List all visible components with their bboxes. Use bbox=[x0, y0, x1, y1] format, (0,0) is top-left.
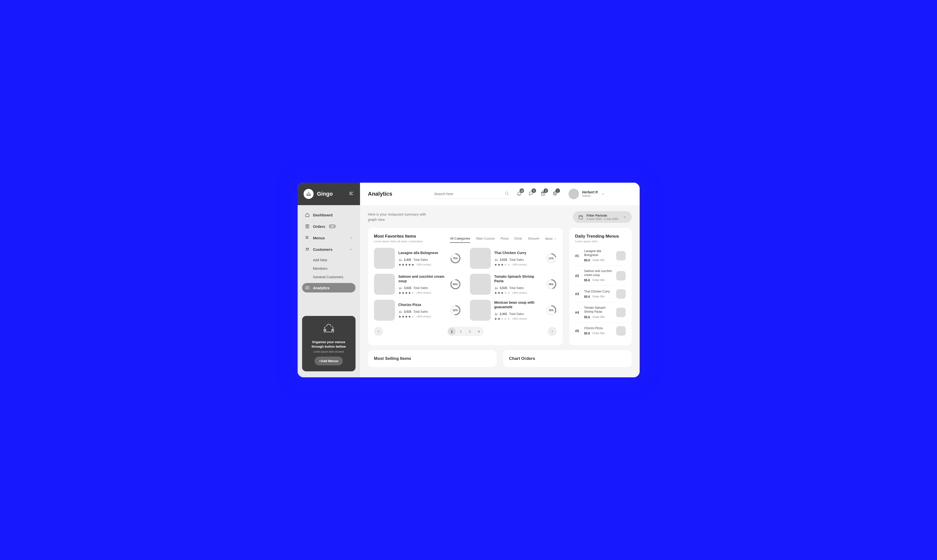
stars bbox=[494, 291, 510, 294]
add-menus-button[interactable]: +Add Menus bbox=[314, 357, 343, 365]
bell-icon[interactable]: 12 bbox=[516, 191, 522, 197]
favorites-card: Most Favorites Items Lorem ipsum dolor s… bbox=[368, 228, 563, 345]
bars-icon bbox=[398, 310, 402, 314]
review-count: (454 revies) bbox=[513, 317, 527, 320]
search-input[interactable] bbox=[433, 189, 510, 198]
trend-order: Order 89x bbox=[592, 332, 605, 335]
menu-toggle-icon[interactable] bbox=[348, 191, 354, 197]
topbar-icons: 12 5 2 ! bbox=[516, 191, 558, 197]
pct-label: 52% bbox=[450, 305, 461, 316]
star-icon bbox=[402, 315, 404, 318]
star-icon bbox=[498, 317, 500, 320]
favorite-item[interactable]: Tomato Spinach Shrimp Pasta 3,515Total S… bbox=[470, 274, 557, 295]
item-stats: 2,441Total Sales bbox=[398, 258, 446, 262]
favorites-title: Most Favorites Items bbox=[374, 234, 423, 239]
trending-item[interactable]: #1 Lasagne alla Bolognese $5.6 Order 89x bbox=[575, 246, 626, 266]
favorite-item[interactable]: Chorizo Pizza 3,515Total Sales (454 revi… bbox=[374, 300, 461, 321]
trending-card: Daily Trending Menus Lorem ipsum dolor #… bbox=[569, 228, 632, 345]
tab-dessert[interactable]: Dessert bbox=[528, 237, 539, 243]
chat-badge: 5 bbox=[532, 188, 536, 193]
gift-icon[interactable]: 2 bbox=[541, 191, 546, 197]
svg-point-2 bbox=[307, 236, 308, 237]
page-title: Analytics bbox=[368, 191, 393, 197]
star-icon bbox=[501, 317, 504, 320]
chart-orders-card: Chart Orders bbox=[503, 350, 632, 367]
star-icon bbox=[408, 291, 411, 294]
trending-item[interactable]: #2 Salmon and zucchini cream soup $5.6 O… bbox=[575, 266, 626, 286]
star-icon bbox=[507, 263, 510, 266]
item-rating: (454 revies) bbox=[494, 291, 542, 294]
tab-drink[interactable]: Drink bbox=[515, 237, 522, 243]
filter-periode[interactable]: Filter Periode 4 June 2020 - 4 July 2020 bbox=[573, 211, 632, 223]
trend-thumb bbox=[616, 271, 626, 280]
bars-icon bbox=[398, 286, 402, 290]
nav-analytics[interactable]: Analytics bbox=[302, 283, 356, 292]
nav-customers[interactable]: Customers bbox=[302, 245, 356, 254]
trend-name: Chorizo Pizza bbox=[584, 326, 613, 331]
page-1[interactable]: 1 bbox=[448, 328, 456, 335]
tab-pizza[interactable]: Pizza bbox=[501, 237, 509, 243]
page-4[interactable]: 4 bbox=[475, 328, 482, 335]
tab-main[interactable]: Main Course bbox=[476, 237, 495, 243]
pct-label: 21% bbox=[546, 253, 557, 264]
pct-ring: 85% bbox=[450, 279, 461, 290]
tab-more[interactable]: More bbox=[545, 237, 557, 243]
nav-label: Dashboard bbox=[313, 213, 333, 217]
bars-icon bbox=[398, 258, 402, 262]
star-icon bbox=[411, 263, 414, 266]
sub-general[interactable]: General Customers bbox=[310, 273, 356, 281]
nav-menus[interactable]: Menus bbox=[302, 233, 356, 243]
item-rating: (454 revies) bbox=[494, 263, 542, 266]
favorite-item[interactable]: Lasagne alla Bolognese 2,441Total Sales … bbox=[374, 248, 461, 269]
trending-item[interactable]: #5 Chorizo Pizza $5.6 Order 89x bbox=[575, 322, 626, 339]
trend-price: $5.6 bbox=[584, 332, 590, 335]
favorite-item[interactable]: Thai Chicken Curry 3,515Total Sales (454… bbox=[470, 248, 557, 269]
sub-add-new[interactable]: Add New bbox=[310, 256, 356, 264]
item-stats: 3,515Total Sales bbox=[398, 310, 446, 314]
user-menu[interactable]: Herbert P. Admin bbox=[569, 189, 605, 199]
page-3[interactable]: 3 bbox=[466, 328, 474, 335]
trending-item[interactable]: #4 Tomato Spinach Shrimp Pasta $5.6 Orde… bbox=[575, 302, 626, 322]
app-frame: Gingo Dashboard Orders 25 Menus C bbox=[297, 183, 640, 377]
trending-item[interactable]: #3 Thai Chicken Curry $5.6 Order 89x bbox=[575, 286, 626, 302]
search-icon[interactable] bbox=[505, 191, 509, 197]
item-name: Salmon and zucchini cream soup bbox=[398, 274, 446, 283]
orders-badge: 25 bbox=[329, 225, 336, 228]
page-next[interactable] bbox=[548, 327, 557, 336]
item-stats: 3,515Total Sales bbox=[494, 258, 542, 262]
star-icon bbox=[494, 317, 497, 320]
category-tabs: All Categories Main Course Pizza Drink D… bbox=[450, 237, 556, 243]
trend-name: Thai Chicken Curry bbox=[584, 290, 613, 294]
favorite-item[interactable]: Salmon and zucchini cream soup 3,515Tota… bbox=[374, 274, 461, 295]
sub-members[interactable]: Members bbox=[310, 265, 356, 272]
main: Analytics 12 5 2 bbox=[360, 183, 640, 377]
review-count: (454 revies) bbox=[417, 263, 431, 266]
gear-icon[interactable]: ! bbox=[553, 191, 558, 197]
nav-dashboard[interactable]: Dashboard bbox=[302, 210, 356, 220]
item-stats: 2,441Total Sales bbox=[494, 312, 542, 316]
page-prev[interactable] bbox=[374, 327, 383, 336]
star-icon bbox=[494, 263, 497, 266]
star-icon bbox=[501, 263, 504, 266]
filter-range: 4 June 2020 - 4 July 2020 bbox=[586, 217, 618, 220]
star-icon bbox=[494, 291, 497, 294]
favorite-item[interactable]: Mexican bean soup with guacamole 2,441To… bbox=[470, 300, 557, 321]
stars bbox=[398, 263, 414, 266]
svg-rect-13 bbox=[579, 215, 583, 219]
nav-label: Menus bbox=[313, 236, 325, 240]
trend-price: $5.6 bbox=[584, 315, 590, 319]
chat-icon[interactable]: 5 bbox=[529, 191, 533, 197]
stars bbox=[398, 315, 414, 318]
page-2[interactable]: 2 bbox=[457, 328, 465, 335]
trend-thumb bbox=[616, 289, 626, 299]
star-icon bbox=[507, 291, 510, 294]
page-numbers: 1234 bbox=[447, 327, 484, 336]
chart-title: Chart Orders bbox=[509, 356, 626, 361]
nav-label: Customers bbox=[313, 247, 333, 252]
search-wrap bbox=[433, 189, 510, 198]
pagination: 1234 bbox=[374, 327, 557, 336]
nav-orders[interactable]: Orders 25 bbox=[302, 222, 356, 231]
tab-all[interactable]: All Categories bbox=[450, 237, 470, 243]
promo-sub: Lorem ipsum dolor sit amet bbox=[306, 350, 351, 353]
star-icon bbox=[411, 315, 414, 318]
